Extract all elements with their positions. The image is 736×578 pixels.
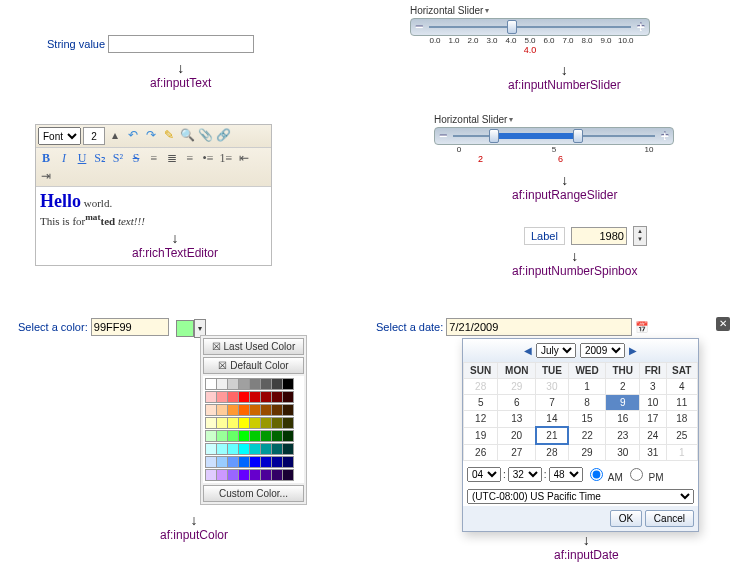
calendar-day[interactable]: 27	[498, 444, 536, 461]
cancel-button[interactable]: Cancel	[645, 510, 694, 527]
calendar-day[interactable]: 17	[639, 411, 666, 428]
slider-track[interactable]: − +	[410, 18, 650, 36]
calendar-day[interactable]: 16	[606, 411, 639, 428]
am-radio[interactable]: AM	[585, 465, 623, 483]
date-input[interactable]	[446, 318, 632, 336]
calendar-day[interactable]: 24	[639, 427, 666, 444]
outdent-icon[interactable]: ⇤	[236, 150, 252, 166]
calendar-day[interactable]: 10	[639, 395, 666, 411]
calendar-day[interactable]: 1	[568, 379, 606, 395]
calendar-day[interactable]: 12	[464, 411, 498, 428]
calendar-day[interactable]: 8	[568, 395, 606, 411]
calendar-day[interactable]: 26	[464, 444, 498, 461]
hour-select[interactable]: 04	[467, 467, 501, 482]
calendar-day[interactable]: 22	[568, 427, 606, 444]
ok-button[interactable]: OK	[610, 510, 642, 527]
custom-color-button[interactable]: Custom Color...	[203, 485, 304, 502]
calendar-day[interactable]: 14	[536, 411, 569, 428]
color-input[interactable]	[91, 318, 169, 336]
input-text-field[interactable]	[108, 35, 254, 53]
default-color-button[interactable]: ☒ Default Color	[203, 357, 304, 374]
calendar-day[interactable]: 29	[498, 379, 536, 395]
next-month-icon[interactable]: ▶	[629, 345, 637, 356]
collapse-icon[interactable]: ▾	[485, 6, 489, 15]
calendar-day[interactable]: 19	[464, 427, 498, 444]
calendar-day[interactable]: 7	[536, 395, 569, 411]
pm-radio[interactable]: PM	[625, 465, 664, 483]
calendar-day[interactable]: 28	[464, 379, 498, 395]
calendar-day[interactable]: 20	[498, 427, 536, 444]
calendar-day[interactable]: 23	[606, 427, 639, 444]
color-swatch-cell[interactable]	[282, 404, 294, 416]
bold-icon[interactable]: B	[38, 150, 54, 166]
calendar-day[interactable]: 9	[606, 395, 639, 411]
align-left-icon[interactable]: ≡	[146, 150, 162, 166]
fontsize-up-icon[interactable]: ▴	[107, 127, 123, 143]
arrow-up-icon[interactable]: ▲	[634, 227, 646, 235]
calendar-day[interactable]: 29	[568, 444, 606, 461]
attach-icon[interactable]: 📎	[197, 127, 213, 143]
superscript-icon[interactable]: S²	[110, 150, 126, 166]
color-swatch-cell[interactable]	[282, 456, 294, 468]
color-swatch-cell[interactable]	[282, 378, 294, 390]
minus-icon[interactable]: −	[415, 22, 423, 32]
year-select[interactable]: 2009	[580, 343, 625, 358]
calendar-day[interactable]: 4	[666, 379, 698, 395]
prev-month-icon[interactable]: ◀	[524, 345, 532, 356]
italic-icon[interactable]: I	[56, 150, 72, 166]
calendar-day[interactable]: 18	[666, 411, 698, 428]
numbered-icon[interactable]: 1≡	[218, 150, 234, 166]
last-used-color-button[interactable]: ☒ Last Used Color	[203, 338, 304, 355]
undo-icon[interactable]: ↶	[125, 127, 141, 143]
color-swatch-cell[interactable]	[282, 417, 294, 429]
spinbox-stepper[interactable]: ▲▼	[633, 226, 647, 246]
calendar-icon[interactable]: 📅	[635, 321, 649, 335]
minute-select[interactable]: 32	[508, 467, 542, 482]
indent-icon[interactable]: ⇥	[38, 168, 54, 184]
calendar-day[interactable]: 5	[464, 395, 498, 411]
redo-icon[interactable]: ↷	[143, 127, 159, 143]
calendar-day[interactable]: 25	[666, 427, 698, 444]
calendar-day[interactable]: 30	[606, 444, 639, 461]
search-icon[interactable]: 🔍	[179, 127, 195, 143]
close-icon[interactable]: ✕	[716, 317, 730, 331]
collapse-icon[interactable]: ▾	[509, 115, 513, 124]
color-swatch-cell[interactable]	[282, 443, 294, 455]
slider-thumb-high[interactable]	[573, 129, 583, 143]
calendar-day[interactable]: 3	[639, 379, 666, 395]
calendar-day[interactable]: 6	[498, 395, 536, 411]
slider-thumb[interactable]	[507, 20, 517, 34]
arrow-down-icon[interactable]: ▼	[634, 235, 646, 243]
calendar-day[interactable]: 13	[498, 411, 536, 428]
minus-icon[interactable]: −	[439, 131, 447, 141]
calendar-day[interactable]: 1	[666, 444, 698, 461]
calendar-day[interactable]: 15	[568, 411, 606, 428]
slider-thumb-low[interactable]	[489, 129, 499, 143]
calendar-day[interactable]: 31	[639, 444, 666, 461]
spinbox-input[interactable]	[571, 227, 627, 245]
align-center-icon[interactable]: ≣	[164, 150, 180, 166]
bullets-icon[interactable]: •≡	[200, 150, 216, 166]
plus-icon[interactable]: +	[661, 131, 669, 141]
fontsize-input[interactable]	[83, 127, 105, 145]
calendar-day[interactable]: 2	[606, 379, 639, 395]
subscript-icon[interactable]: S₂	[92, 150, 108, 166]
month-select[interactable]: July	[536, 343, 576, 358]
calendar-day[interactable]: 21	[536, 427, 569, 444]
link-icon[interactable]: 🔗	[215, 127, 231, 143]
range-slider-track[interactable]: − +	[434, 127, 674, 145]
calendar-day[interactable]: 11	[666, 395, 698, 411]
color-swatch-cell[interactable]	[282, 391, 294, 403]
highlight-icon[interactable]: ✎	[161, 127, 177, 143]
font-select[interactable]: Font	[38, 127, 81, 145]
plus-icon[interactable]: +	[637, 22, 645, 32]
calendar-day[interactable]: 28	[536, 444, 569, 461]
color-swatch-cell[interactable]	[282, 430, 294, 442]
color-swatch-cell[interactable]	[282, 469, 294, 481]
underline-icon[interactable]: U	[74, 150, 90, 166]
calendar-day[interactable]: 30	[536, 379, 569, 395]
timezone-select[interactable]: (UTC-08:00) US Pacific Time	[467, 489, 694, 504]
strike-icon[interactable]: S	[128, 150, 144, 166]
align-right-icon[interactable]: ≡	[182, 150, 198, 166]
second-select[interactable]: 48	[549, 467, 583, 482]
